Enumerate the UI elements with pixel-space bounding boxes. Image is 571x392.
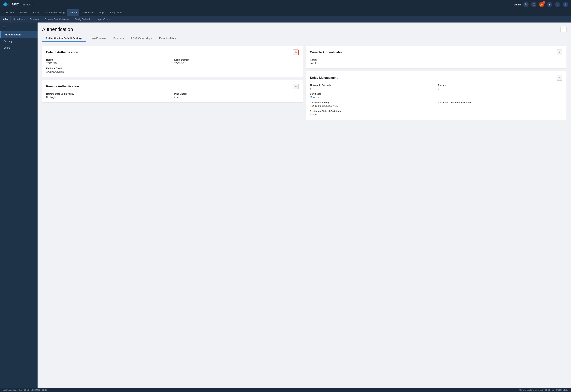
saml-timeout-field: Timeout in Seconds 5 [310, 84, 434, 90]
tab-event-analytics[interactable]: Event Analytics [155, 35, 179, 42]
cert-decode-value: – [438, 104, 563, 107]
ping-value: true [174, 96, 299, 99]
timeout-label: Timeout in Seconds [310, 84, 434, 87]
logo-area: APIC (SDN ACI) [3, 2, 33, 7]
edit-pencil-icon-remote: ✎ [295, 85, 297, 88]
main-nav: System Tenants Fabric Virtual Networking… [0, 9, 571, 16]
nav-admin[interactable]: Admin [67, 9, 79, 16]
remote-auth-title: Remote Authentication [46, 85, 79, 88]
remote-auth-edit-button[interactable]: ✎ [293, 84, 299, 89]
subnav-schedulers[interactable]: Schedulers [11, 16, 27, 23]
sidebar: ☰ Authentication Security Users [0, 23, 38, 388]
search-icon-btn[interactable]: 🔍 [523, 2, 528, 7]
remote-auth-fields: Remote User Login Policy No Login Ping C… [46, 93, 299, 99]
app-name: APIC [12, 3, 19, 6]
saml-header-icons: ··· ✎ [552, 75, 562, 81]
tab-ldap-group-maps[interactable]: LDAP Group Maps [128, 35, 155, 42]
sidebar-item-authentication[interactable]: Authentication [0, 31, 38, 38]
console-realm-label: Realm [310, 58, 434, 61]
cards-grid: Default Authentication ✎ Realm TACACS+ L… [42, 46, 567, 120]
page-header: Authentication ↻ [42, 26, 567, 32]
tab-bar: Authentication Default Settings Login Do… [42, 35, 567, 42]
cert-validity-label: Certificate Validity [310, 101, 434, 104]
realm-value: TACACS+ [46, 62, 171, 65]
console-auth-title: Console Authentication [310, 51, 343, 54]
subnav-firmware[interactable]: Firmware [27, 16, 42, 23]
gear-icon-btn[interactable]: ⚙ [547, 2, 552, 7]
nav-operations[interactable]: Operations [79, 9, 97, 16]
refresh-button[interactable]: ↻ [560, 26, 567, 32]
more-link[interactable]: More... ▾ [310, 96, 562, 99]
remote-auth-ping-field: Ping Check true [174, 93, 299, 99]
subnav-external-data[interactable]: External Data Collectors [42, 16, 72, 23]
saml-edit-button[interactable]: ✎ [557, 75, 562, 81]
user-icon-btn[interactable]: 👤 [563, 2, 568, 7]
tab-login-domains[interactable]: Login Domains [86, 35, 110, 42]
console-auth-fields: Realm Local [310, 58, 562, 65]
retries-value: 1 [438, 87, 563, 90]
saml-title: SAML Management [310, 76, 337, 80]
subnav-config-rollbacks[interactable]: Config Rollbacks [72, 16, 94, 23]
sub-nav: AAA Schedulers Firmware External Data Co… [0, 16, 571, 23]
fallback-value: Always Available [46, 70, 299, 73]
nav-system[interactable]: System [3, 9, 16, 16]
svg-rect-6 [9, 4, 9, 5]
edit-pencil-icon: ✎ [295, 51, 297, 54]
cert-decode-label: Certificate Decode Information [438, 101, 563, 104]
svg-rect-0 [3, 4, 4, 5]
saml-cert-field: Certificate More... ▾ [310, 93, 562, 99]
bell-icon-btn[interactable]: 🔔 1 [539, 2, 544, 7]
svg-rect-4 [7, 4, 8, 5]
remote-auth-policy-field: Remote User Login Policy No Login [46, 93, 171, 99]
sidebar-item-security[interactable]: Security [0, 38, 38, 44]
last-login-time: Last Login Time: 2024-10-29T10:24 UTC+01… [3, 389, 47, 391]
tab-auth-default[interactable]: Authentication Default Settings [42, 35, 86, 42]
subnav-aaa[interactable]: AAA [3, 16, 11, 23]
realm-label: Realm [46, 58, 171, 61]
top-bar: APIC (SDN ACI) admin 🔍 🎧 🔔 1 ⚙ ? 👤 [0, 0, 571, 9]
console-realm-value: Local [310, 62, 434, 65]
default-auth-edit-button[interactable]: ✎ [293, 50, 299, 55]
default-auth-login-domain-field: Login Domain TACACS [174, 58, 299, 65]
headset-icon-btn[interactable]: 🎧 [531, 2, 536, 7]
retries-label: Retries [438, 84, 563, 87]
admin-label: admin [514, 3, 521, 6]
more-link-text: More... [310, 96, 317, 99]
login-domain-label: Login Domain [174, 58, 299, 61]
console-auth-header: Console Authentication ✎ [310, 50, 562, 55]
svg-rect-5 [8, 3, 8, 6]
current-system-time: Current System Time: 2024-10-29T13:42 UT… [519, 389, 568, 391]
default-auth-fields: Realm TACACS+ Login Domain TACACS Fallba… [46, 58, 299, 73]
help-icon-btn[interactable]: ? [555, 2, 560, 7]
tab-providers[interactable]: Providers [110, 35, 128, 42]
hamburger-icon[interactable]: ☰ [0, 24, 38, 31]
remote-auth-card: Remote Authentication ✎ Remote User Logi… [42, 80, 303, 102]
page-title: Authentication [42, 27, 73, 32]
nav-virtual-networking[interactable]: Virtual Networking [42, 9, 67, 16]
nav-integrations[interactable]: Integrations [107, 9, 125, 16]
top-bar-icons: admin 🔍 🎧 🔔 1 ⚙ ? 👤 [514, 2, 568, 7]
default-auth-realm-field: Realm TACACS+ [46, 58, 171, 65]
saml-cert-decode-field: Certificate Decode Information – [438, 101, 563, 107]
cert-label: Certificate [310, 93, 562, 95]
default-auth-title: Default Authentication [46, 51, 78, 54]
console-auth-edit-button[interactable]: ✎ [557, 50, 562, 55]
timeout-value: 5 [310, 87, 434, 90]
saml-card: SAML Management ··· ✎ Timeout in Seconds… [306, 71, 567, 120]
app-subtitle: (SDN ACI) [22, 3, 33, 6]
nav-apps[interactable]: Apps [97, 9, 108, 16]
saml-ellipsis-button[interactable]: ··· [552, 76, 555, 80]
expiration-label: Expiration State of Certificate [310, 110, 562, 112]
subnav-import-export[interactable]: Import/Export [94, 16, 113, 23]
default-auth-header: Default Authentication ✎ [46, 50, 299, 55]
svg-rect-1 [4, 3, 5, 6]
saml-expiration-field: Expiration State of Certificate Active [310, 110, 562, 116]
nav-tenants[interactable]: Tenants [16, 9, 30, 16]
edit-pencil-icon-console: ✎ [559, 51, 561, 54]
saml-retries-field: Retries 1 [438, 84, 563, 90]
nav-fabric[interactable]: Fabric [30, 9, 42, 16]
sidebar-item-users[interactable]: Users [0, 44, 38, 51]
remote-auth-header: Remote Authentication ✎ [46, 84, 299, 89]
saml-header: SAML Management ··· ✎ [310, 75, 562, 81]
console-auth-card: Console Authentication ✎ Realm Local [306, 46, 567, 68]
